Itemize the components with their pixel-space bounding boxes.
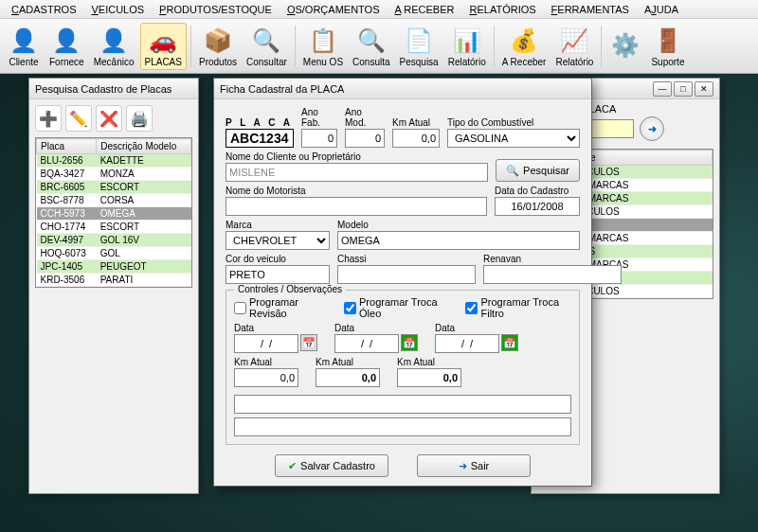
search-window-left: Pesquisa Cadastro de Placas ➕ ✏️ ❌ 🖨️ Pl… xyxy=(28,78,199,494)
calendar-icon[interactable]: 📅 xyxy=(501,334,518,351)
toolbar-relatório[interactable]: 📈Relatório xyxy=(551,24,597,69)
toolbar-produtos[interactable]: 📦Produtos xyxy=(195,24,241,69)
chk-oleo[interactable]: Programar Troca Óleo xyxy=(344,296,448,319)
anomod-label: Ano Mod. xyxy=(345,107,385,128)
maximize-button[interactable]: □ xyxy=(674,81,693,97)
toolbar-placas[interactable]: 🚗PLACAS xyxy=(140,23,187,70)
minimize-button[interactable]: — xyxy=(653,81,672,97)
table-row[interactable]: CHO-1774ESCORT xyxy=(37,221,191,234)
placa-label: P L A C A xyxy=(226,117,294,128)
controles-title: Controles / Observações xyxy=(234,284,346,294)
toolbar-consultar[interactable]: 🔍Consultar xyxy=(243,24,291,69)
dialog-title: Ficha Cadastral da PLACA xyxy=(214,79,591,99)
chk-filtro[interactable]: Programar Troca Filtro xyxy=(465,296,571,319)
datacad-label: Data do Cadastro xyxy=(495,186,580,196)
renavan-label: Renavan xyxy=(483,254,622,264)
toolbar-menu os[interactable]: 📋Menu OS xyxy=(299,24,347,69)
check-icon: ✔ xyxy=(288,460,297,472)
toolbar-consulta[interactable]: 🔍Consulta xyxy=(349,24,393,69)
km-input[interactable] xyxy=(392,129,440,148)
dialog-title-text: Ficha Cadastral da PLACA xyxy=(220,83,344,95)
salvar-button[interactable]: ✔ Salvar Cadastro xyxy=(275,454,388,477)
menu-item[interactable]: PRODUTOS/ESTOQUE xyxy=(152,2,280,17)
window-title: Pesquisa Cadastro de Placas xyxy=(29,79,198,99)
toolbar-btn[interactable]: ⚙️ xyxy=(605,28,645,63)
table-row[interactable]: KRD-3506PARATI xyxy=(37,274,191,287)
toolbar-cliente[interactable]: 👤Cliente xyxy=(4,24,44,69)
menu-item[interactable]: VEICULOS xyxy=(83,2,152,17)
menu-item[interactable]: OS/ORÇAMENTOS xyxy=(280,2,388,17)
go-button[interactable]: ➜ xyxy=(640,116,664,141)
marca-label: Marca xyxy=(226,220,330,230)
cliente-label: Nome do Cliente ou Proprietário xyxy=(226,151,488,162)
anofab-input[interactable] xyxy=(301,129,337,148)
toolbar-suporte[interactable]: 🚪Suporte xyxy=(647,24,688,69)
chassi-label: Chassi xyxy=(337,254,476,264)
toolbar-relatório[interactable]: 📊Relatório xyxy=(444,24,490,69)
toolbar-pesquisa[interactable]: 📄Pesquisa xyxy=(396,24,442,69)
table-row[interactable]: DEV-4997GOL 16V xyxy=(37,234,191,247)
data-oleo-input[interactable] xyxy=(334,334,399,353)
menu-item[interactable]: RELATÓRIOS xyxy=(461,2,543,17)
menu-item[interactable]: FERRAMENTAS xyxy=(544,2,637,17)
close-button[interactable]: ✕ xyxy=(695,81,713,97)
window-toolbar: ➕ ✏️ ❌ 🖨️ xyxy=(29,99,198,137)
renavan-input[interactable] xyxy=(483,265,622,284)
cor-label: Cor do veiculo xyxy=(226,254,330,264)
table-row[interactable]: BRC-6605ESCORT xyxy=(37,181,191,194)
marca-select[interactable]: CHEVROLET xyxy=(226,231,330,250)
table-row[interactable]: JPC-1405PEUGEOT xyxy=(37,260,191,274)
controles-group: Controles / Observações Programar Revisã… xyxy=(226,290,580,445)
chassi-input[interactable] xyxy=(337,265,476,284)
menu-item[interactable]: AJUDA xyxy=(637,2,686,17)
cor-input[interactable] xyxy=(226,265,330,284)
arrow-icon: ➜ xyxy=(459,460,467,472)
cliente-input[interactable] xyxy=(226,163,488,182)
table-row[interactable]: HOQ-6073GOL xyxy=(37,247,191,260)
anomod-input[interactable] xyxy=(345,129,385,148)
placa-grid[interactable]: PlacaDescrição ModeloBLU-2656KADETTEBQA-… xyxy=(35,137,192,288)
placa-value: ABC1234 xyxy=(226,129,294,148)
table-row[interactable]: BSC-8778CORSA xyxy=(37,194,191,207)
modelo-input[interactable] xyxy=(337,231,580,250)
modelo-label: Modelo xyxy=(337,220,580,230)
menu-item[interactable]: A RECEBER xyxy=(388,2,462,17)
data-filtro-input[interactable] xyxy=(435,334,499,353)
comb-label: Tipo do Combustível xyxy=(447,117,580,128)
calendar-icon[interactable]: 📅 xyxy=(401,334,418,351)
toolbar-fornece[interactable]: 👤Fornece xyxy=(45,24,88,69)
comb-select[interactable]: GASOLINA xyxy=(447,129,580,148)
km-rev-input[interactable] xyxy=(234,368,298,387)
table-row[interactable]: BLU-2656KADETTE xyxy=(37,154,191,168)
sair-button[interactable]: ➜ Sair xyxy=(417,454,531,477)
search-icon: 🔍 xyxy=(506,165,519,177)
table-row[interactable]: BQA-3427MONZA xyxy=(37,168,191,181)
pesquisar-button[interactable]: 🔍 Pesquisar xyxy=(496,159,580,182)
main-toolbar: 👤Cliente👤Fornece👤Mecânico🚗PLACAS📦Produto… xyxy=(0,19,758,74)
ficha-dialog: Ficha Cadastral da PLACA P L A C A ABC12… xyxy=(213,78,592,487)
chk-revisao[interactable]: Programar Revisão xyxy=(234,296,327,319)
obs2-input[interactable] xyxy=(234,417,571,436)
table-row[interactable]: CCH-5973OMEGA xyxy=(37,207,191,221)
motorista-input[interactable] xyxy=(226,197,487,216)
km-oleo-input[interactable] xyxy=(316,368,380,387)
delete-icon[interactable]: ❌ xyxy=(96,105,122,132)
edit-icon[interactable]: ✏️ xyxy=(65,105,92,132)
motorista-label: Nome do Motorista xyxy=(226,186,487,196)
data-rev-input[interactable] xyxy=(234,334,298,353)
menu-item[interactable]: CADASTROS xyxy=(4,2,83,17)
add-icon[interactable]: ➕ xyxy=(35,105,62,132)
obs1-input[interactable] xyxy=(234,395,571,414)
datacad-input[interactable] xyxy=(495,197,580,216)
menubar: CADASTROSVEICULOSPRODUTOS/ESTOQUEOS/ORÇA… xyxy=(0,0,758,19)
anofab-label: Ano Fab. xyxy=(301,107,337,128)
window-title-text: Pesquisa Cadastro de Placas xyxy=(35,83,171,95)
toolbar-mecânico[interactable]: 👤Mecânico xyxy=(90,24,138,69)
print-icon[interactable]: 🖨️ xyxy=(126,105,153,132)
km-filtro-input[interactable] xyxy=(397,368,461,387)
km-label: Km Atual xyxy=(392,117,440,128)
calendar-icon[interactable]: 📅 xyxy=(300,334,317,351)
toolbar-a receber[interactable]: 💰A Receber xyxy=(498,24,550,69)
